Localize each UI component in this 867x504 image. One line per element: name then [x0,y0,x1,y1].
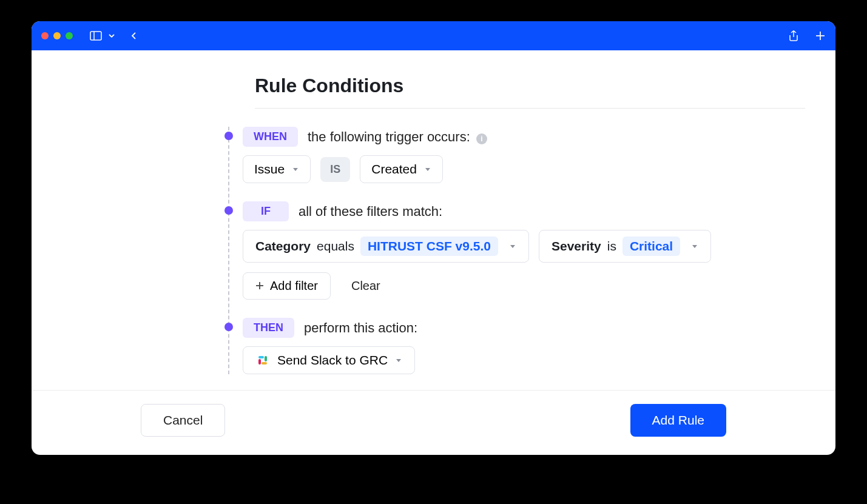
minimize-window-icon[interactable] [53,32,61,39]
svg-marker-4 [293,168,298,171]
svg-rect-0 [90,32,101,40]
zoom-window-icon[interactable] [66,32,73,39]
when-text: the following trigger occurs: i [308,129,487,145]
svg-rect-13 [258,356,264,358]
when-step: WHEN the following trigger occurs: i Iss… [229,127,805,183]
svg-marker-14 [396,359,401,362]
trigger-operator: IS [320,157,350,182]
trigger-event-value: Created [371,162,417,176]
svg-rect-10 [258,359,261,365]
caret-down-icon [424,166,431,173]
if-step: IF all of these filters match: Category … [229,201,805,300]
svg-rect-12 [265,356,267,361]
caret-down-icon [691,243,698,250]
filter-severity[interactable]: Severity is Critical [539,230,711,263]
caret-down-icon [509,243,516,250]
caret-down-icon [292,166,299,173]
add-filter-button[interactable]: Add filter [243,272,331,300]
rule-timeline: WHEN the following trigger occurs: i Iss… [228,127,805,374]
filter-field: Category [255,239,311,254]
svg-marker-5 [425,168,430,171]
then-text: perform this action: [304,320,417,336]
then-tag: THEN [243,318,294,338]
add-rule-button[interactable]: Add Rule [630,404,726,437]
action-select[interactable]: Send Slack to GRC [243,346,415,374]
if-text: all of these filters match: [299,204,442,220]
plus-icon[interactable] [815,30,826,41]
add-filter-label: Add filter [270,279,318,293]
filter-op: equals [317,239,354,254]
svg-rect-11 [261,362,267,365]
svg-marker-6 [510,245,515,248]
when-text-label: the following trigger occurs: [308,129,470,144]
info-icon[interactable]: i [476,133,487,144]
plus-icon [255,279,264,293]
sidebar-toggle-icon[interactable] [90,31,102,41]
traffic-lights [41,32,73,39]
when-tag: WHEN [243,127,298,147]
page-content: Rule Conditions WHEN the following trigg… [32,50,835,390]
clear-filters-link[interactable]: Clear [351,279,380,293]
filter-field: Severity [552,239,601,254]
filter-value-chip: Critical [622,237,680,256]
share-icon[interactable] [788,30,799,41]
close-window-icon[interactable] [41,32,49,39]
if-tag: IF [243,201,289,221]
caret-down-icon [395,357,402,364]
page-title: Rule Conditions [255,75,805,109]
trigger-event-select[interactable]: Created [360,155,443,183]
footer: Cancel Add Rule [32,390,835,455]
slack-icon [255,353,270,368]
filter-value-chip: HITRUST CSF v9.5.0 [360,237,498,256]
back-icon[interactable] [130,32,138,40]
filter-op: is [607,239,616,254]
trigger-subject-value: Issue [254,162,285,176]
filter-category[interactable]: Category equals HITRUST CSF v9.5.0 [243,230,529,263]
then-step: THEN perform this action: [229,318,805,374]
trigger-subject-select[interactable]: Issue [243,155,311,183]
chevron-down-icon[interactable] [108,32,115,39]
titlebar [32,21,835,50]
cancel-button[interactable]: Cancel [141,404,225,437]
svg-marker-7 [692,245,697,248]
app-window: Rule Conditions WHEN the following trigg… [32,21,835,455]
action-label: Send Slack to GRC [277,353,388,368]
